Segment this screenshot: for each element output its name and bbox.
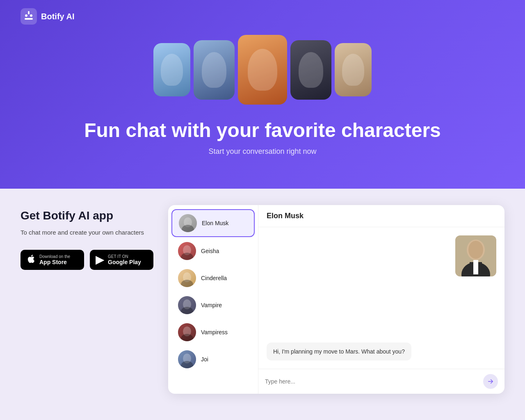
google-play-main: Google Play [108, 259, 141, 265]
apple-icon [26, 254, 36, 266]
chat-input-row [258, 369, 504, 394]
chat-item-name: Geisha [201, 248, 219, 254]
app-store-button[interactable]: Download on the App Store [21, 250, 84, 270]
svg-rect-29 [473, 260, 478, 274]
left-panel: Get Botify AI app To chat more and creat… [21, 205, 152, 270]
chat-body: Hi, I'm planning my move to Mars. What a… [258, 227, 504, 369]
chat-message-bubble: Hi, I'm planning my move to Mars. What a… [267, 342, 411, 361]
chat-item-avatar [178, 269, 196, 287]
svg-point-1 [25, 14, 27, 17]
chat-item-avatar [179, 214, 197, 232]
chat-header: Elon Musk [258, 205, 504, 227]
chat-item-name: Joi [201, 356, 208, 363]
logo-bar: Botify AI [0, 8, 525, 25]
logo-icon [21, 8, 37, 25]
send-icon [487, 378, 494, 385]
lower-section: Get Botify AI app To chat more and creat… [0, 189, 525, 420]
logo-text: Botify AI [41, 12, 74, 21]
app-store-text: Download on the App Store [39, 254, 70, 265]
elon-photo [455, 235, 496, 276]
chat-sidebar-item[interactable]: Geisha [171, 238, 255, 264]
chat-item-avatar [178, 296, 196, 314]
hero-title: Fun chat with your favorite characters [84, 119, 441, 142]
chat-item-name: Vampire [201, 302, 222, 308]
chat-character-name: Elon Musk [267, 212, 304, 220]
hero-characters-row [153, 33, 372, 107]
svg-point-5 [28, 11, 30, 13]
chat-item-name: Cinderella [201, 275, 227, 281]
chat-main: Elon Musk Hi [258, 205, 504, 394]
chat-input[interactable] [265, 378, 479, 385]
chat-item-avatar [178, 323, 196, 341]
svg-point-26 [468, 241, 483, 259]
hero-char-1 [153, 43, 190, 96]
svg-point-2 [30, 14, 32, 17]
app-description: To chat more and create your own charact… [21, 228, 152, 237]
chat-sidebar-item[interactable]: Joi [171, 346, 255, 372]
hero-char-4 [290, 40, 331, 100]
svg-rect-3 [25, 18, 33, 20]
hero-char-3 [238, 35, 287, 105]
app-store-main: App Store [39, 259, 70, 265]
send-button[interactable] [483, 374, 498, 389]
svg-rect-0 [21, 8, 37, 25]
chat-item-avatar [178, 350, 196, 368]
hero-char-2 [194, 40, 235, 100]
chat-sidebar-item[interactable]: Vampiress [171, 319, 255, 345]
app-title: Get Botify AI app [21, 209, 152, 222]
chat-sidebar-item[interactable]: Vampire [171, 292, 255, 318]
chat-item-name: Elon Musk [202, 220, 228, 226]
google-play-button[interactable]: ▶ GET IT ON Google Play [90, 250, 153, 270]
chat-sidebar-item[interactable]: Cinderella [171, 265, 255, 291]
google-play-sub: GET IT ON [108, 254, 141, 259]
google-play-icon: ▶ [96, 254, 105, 265]
hero-subtitle: Start your conversation right now [208, 147, 316, 156]
chat-item-avatar [178, 242, 196, 260]
google-play-text: GET IT ON Google Play [108, 254, 141, 265]
chat-item-name: Vampiress [201, 329, 228, 336]
hero-section: Botify AI Fun chat with your favorite ch… [0, 0, 525, 189]
store-buttons: Download on the App Store ▶ GET IT ON Go… [21, 250, 152, 270]
chat-widget: Elon Musk Geisha Cinderella Vampire Vamp… [168, 205, 504, 394]
chat-sidebar-item[interactable]: Elon Musk [171, 209, 255, 237]
app-store-sub: Download on the [39, 254, 70, 259]
chat-sidebar: Elon Musk Geisha Cinderella Vampire Vamp… [168, 205, 258, 394]
hero-char-5 [335, 43, 372, 96]
